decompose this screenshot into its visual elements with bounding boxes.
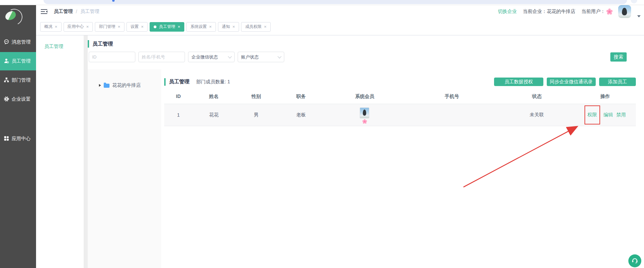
tab-member-permissions[interactable]: 成员权限 — [241, 22, 271, 32]
tab-system-settings[interactable]: 系统设置 — [186, 22, 216, 32]
column-header-gender: 性别 — [235, 94, 277, 100]
tree-node-label: 花花的牛排店 — [112, 82, 141, 88]
caret-down-icon[interactable] — [637, 15, 641, 17]
cell-job: 老板 — [277, 112, 325, 118]
permission-link[interactable]: 权限 — [588, 112, 597, 118]
column-header-job: 职务 — [277, 94, 325, 100]
tab-app-center[interactable]: 应用中心 — [64, 22, 93, 32]
address-bar-marker — [112, 0, 115, 2]
sidebar-item-messages[interactable]: 消息管理 — [0, 33, 36, 52]
add-employee-button[interactable]: 添加员工 — [599, 78, 636, 86]
wechat-status-select[interactable]: 企业微信状态 — [188, 52, 235, 62]
table-row: 1 花花 男 老板 未关联 权限 编辑 — [164, 104, 636, 126]
sidebar-gutter — [84, 35, 88, 268]
tab-label: 概况 — [44, 24, 52, 30]
table-section-title: 员工管理 — [169, 79, 189, 85]
breadcrumb-section: 员工管理 — [54, 9, 73, 15]
annotation-red-box: 权限 — [584, 105, 600, 124]
folder-icon — [104, 84, 109, 88]
toolbar-buttons: 员工数据授权 同步企业微信通讯录 添加员工 — [494, 78, 636, 86]
top-header: 员工管理 / 员工管理 切换企业 当前企业：花花的牛排店 当前用户： — [36, 5, 644, 19]
active-dot-icon — [154, 26, 156, 28]
close-icon[interactable] — [233, 24, 235, 29]
sidebar-item-employees[interactable]: 员工管理 — [0, 52, 36, 70]
close-icon[interactable] — [264, 24, 267, 29]
subnav-item-employees[interactable]: 员工管理 — [36, 44, 84, 50]
cell-status: 未关联 — [499, 112, 575, 118]
disable-link[interactable]: 禁用 — [616, 112, 626, 118]
close-icon[interactable] — [177, 24, 180, 29]
flower-badge-icon — [364, 121, 366, 122]
menu-fold-icon[interactable] — [41, 9, 48, 14]
edit-link[interactable]: 编辑 — [604, 112, 613, 118]
tab-employees-active[interactable]: 员工管理 — [150, 22, 184, 32]
column-header-phone: 手机号 — [405, 94, 499, 100]
close-icon[interactable] — [209, 24, 212, 29]
title-accent-bar — [164, 78, 166, 86]
sidebar-item-label: 部门管理 — [12, 77, 31, 83]
sidebar-item-company-settings[interactable]: 企业设置 — [0, 90, 36, 109]
search-button[interactable]: 搜索 — [610, 52, 627, 62]
user-avatar[interactable] — [618, 5, 631, 18]
tree-expand-caret-icon[interactable] — [99, 84, 101, 87]
page-title: 员工管理 — [92, 41, 113, 47]
breadcrumb-separator: / — [76, 9, 77, 14]
company-logo — [4, 7, 24, 27]
address-bar-pill — [44, 0, 627, 4]
tab-label: 设置 — [131, 24, 139, 30]
member-avatar-block — [325, 107, 405, 122]
flower-emoji-icon — [608, 11, 611, 13]
column-header-status: 状态 — [499, 94, 575, 100]
headset-icon — [631, 256, 639, 265]
content-split: 花花的牛排店 员工管理 部门成员数量: 1 员工数据授权 同步企业微信通讯录 添… — [88, 69, 644, 268]
customer-service-button[interactable] — [628, 254, 641, 267]
org-chart-icon — [4, 77, 9, 84]
switch-company-link[interactable]: 切换企业 — [498, 9, 517, 15]
tree-node-root[interactable]: 花花的牛排店 — [99, 82, 161, 88]
tab-departments[interactable]: 部门管理 — [95, 22, 124, 32]
person-icon — [4, 58, 9, 65]
cell-name: 花花 — [192, 112, 235, 118]
tab-notifications[interactable]: 通知 — [218, 22, 239, 32]
sidebar-item-departments[interactable]: 部门管理 — [0, 71, 36, 90]
chat-bubble-icon — [4, 39, 9, 46]
column-header-name: 姓名 — [192, 94, 235, 100]
column-header-member: 系统会员 — [325, 94, 405, 100]
breadcrumb-page[interactable]: 员工管理 — [80, 9, 99, 15]
data-authorize-button[interactable]: 员工数据授权 — [494, 78, 543, 86]
wechat-status-value: 企业微信状态 — [191, 54, 218, 60]
tab-settings[interactable]: 设置 — [126, 22, 148, 32]
sidebar-item-label: 消息管理 — [12, 39, 31, 45]
cell-gender: 男 — [235, 112, 277, 118]
secondary-sidebar: 员工管理 — [36, 35, 84, 268]
column-header-actions: 操作 — [575, 94, 636, 100]
tab-label: 通知 — [222, 24, 230, 30]
close-icon[interactable] — [141, 24, 144, 29]
filter-bar: 企业微信状态 账户状态 — [89, 52, 284, 62]
sidebar-item-app-center[interactable]: 应用中心 — [0, 129, 36, 148]
current-user-label: 当前用户： — [581, 9, 605, 15]
cell-id: 1 — [164, 112, 192, 118]
sync-wechat-contacts-button[interactable]: 同步企业微信通讯录 — [547, 78, 596, 86]
member-count-label: 部门成员数量: 1 — [196, 79, 230, 85]
current-company-label: 当前企业：花花的牛排店 — [523, 9, 575, 15]
name-phone-input[interactable] — [138, 52, 185, 62]
close-icon[interactable] — [118, 24, 120, 29]
tab-overview[interactable]: 概况 — [40, 22, 62, 32]
tab-label: 系统设置 — [190, 24, 207, 30]
cell-actions: 权限 编辑 禁用 — [575, 105, 636, 124]
tags-nav: 概况 应用中心 部门管理 设置 员工管理 系统设置 通知 成员权限 — [36, 18, 644, 35]
grid-icon — [4, 136, 9, 142]
page-title-block: 员工管理 — [88, 40, 113, 48]
table-toolbar: 员工管理 部门成员数量: 1 员工数据授权 同步企业微信通讯录 添加员工 — [164, 78, 636, 86]
tab-label: 部门管理 — [99, 24, 115, 30]
chevron-down-icon — [277, 54, 281, 58]
account-status-select[interactable]: 账户状态 — [238, 52, 284, 62]
close-icon[interactable] — [86, 24, 89, 29]
id-input[interactable] — [89, 52, 135, 62]
member-avatar-image[interactable] — [360, 107, 369, 118]
browser-corner-button — [631, 0, 637, 3]
close-icon[interactable] — [55, 24, 57, 29]
sidebar-item-label: 员工管理 — [12, 58, 31, 64]
employee-table-area: 员工管理 部门成员数量: 1 员工数据授权 同步企业微信通讯录 添加员工 ID … — [164, 69, 636, 268]
